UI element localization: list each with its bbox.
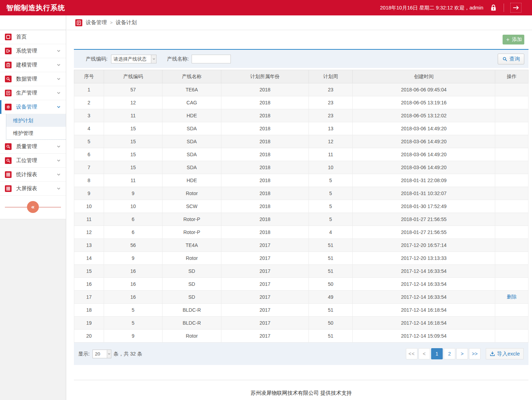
main-area: 设备管理 > 设备计划 ＋ 添加 产线编码: 请选择产线状态 产线名称: 查询 [67, 15, 532, 400]
table-cell: BLDC-R [163, 317, 221, 330]
page-button-last[interactable]: >> [469, 348, 481, 359]
table-cell: TE4A [163, 239, 221, 252]
search-icon [502, 56, 507, 62]
table-row: 209Rotor2017512017-12-14 15:09:54 [74, 330, 528, 343]
sidebar-item-modeling[interactable]: 建模管理 [0, 58, 66, 72]
add-button-label: 添加 [512, 36, 522, 43]
pagination-bar: 显示: 20 条，共 32 条 <<<12>>> 导入excle [74, 343, 528, 365]
page-size-label: 显示: [78, 351, 90, 357]
breadcrumb-separator: > [110, 20, 113, 25]
page-button-next[interactable]: > [456, 348, 468, 359]
breadcrumb-section[interactable]: 设备管理 [86, 19, 107, 26]
table-cell: 11 [104, 174, 163, 187]
table-cell: 2017 [221, 278, 309, 291]
table-cell: 50 [309, 317, 353, 330]
sidebar-subitem-maintain-plan[interactable]: 维护计划 [6, 114, 66, 127]
add-button[interactable]: ＋ 添加 [503, 35, 524, 44]
sidebar-item-stats[interactable]: 统计报表 [0, 168, 66, 182]
table-cell: 16 [104, 291, 163, 304]
table-cell: 2018 [221, 135, 309, 148]
chevron-down-icon [56, 172, 61, 177]
table-cell [495, 148, 528, 161]
table-cell: 51 [309, 239, 353, 252]
sidebar-item-device[interactable]: 设备管理 [0, 100, 66, 114]
import-excel-button[interactable]: 导入excle [486, 348, 524, 359]
toolbar: ＋ 添加 [74, 30, 528, 49]
table-cell: 14 [74, 252, 104, 265]
top-header: 智能制造执行系统 2018年10月16日 星期二 9:32:12 欢迎，admi… [0, 0, 532, 15]
delete-link[interactable]: 删除 [507, 294, 517, 299]
sidebar-item-data[interactable]: 数据管理 [0, 72, 66, 86]
sidebar-submenu: 维护计划维护管理 [6, 114, 66, 140]
sidebar-item-quality[interactable]: 质量管理 [0, 140, 66, 154]
table-cell: 10 [309, 161, 353, 174]
page-button-page-2[interactable]: 2 [444, 348, 455, 359]
table-cell: 2017 [221, 317, 309, 330]
sidebar-item-label: 工位管理 [16, 157, 37, 164]
lock-icon[interactable] [490, 4, 497, 12]
sidebar-item-home[interactable]: 首页 [0, 30, 66, 44]
table-cell: 2018-03-06 14:49:20 [353, 122, 495, 135]
line-code-select[interactable]: 请选择产线状态 [111, 55, 157, 63]
column-header: 创建时间 [353, 70, 495, 83]
table-cell: CAG [163, 96, 221, 109]
sidebar-item-label: 建模管理 [16, 62, 37, 68]
table-cell: 11 [309, 148, 353, 161]
page-button-prev[interactable]: < [419, 348, 430, 359]
table-cell: 5 [309, 187, 353, 200]
page-size-select-control[interactable]: 20 [93, 350, 107, 358]
sidebar-subitem-maintain-manage[interactable]: 维护管理 [6, 127, 66, 139]
line-name-input[interactable] [192, 55, 231, 63]
table-cell: 5 [104, 317, 163, 330]
sidebar-item-production[interactable]: 生产管理 [0, 86, 66, 100]
page-button-page-1[interactable]: 1 [431, 348, 443, 359]
table-cell [495, 239, 528, 252]
table-cell: 3 [74, 109, 104, 122]
column-header: 产线编码 [104, 70, 163, 83]
sidebar-item-bigscreen[interactable]: 大屏报表 [0, 182, 66, 196]
table-cell: 5 [309, 174, 353, 187]
table-cell: 11 [104, 109, 163, 122]
plan-table: 序号产线编码产线名称计划所属年份计划周创建时间操作 157TE6A2018232… [74, 70, 528, 343]
table-cell [495, 200, 528, 213]
table-cell: 4 [309, 226, 353, 239]
table-cell: 12 [74, 226, 104, 239]
page-size-select[interactable]: 20 [92, 350, 111, 358]
modeling-icon [5, 62, 12, 68]
table-cell: 12 [309, 135, 353, 148]
logout-arrow-icon[interactable] [510, 3, 521, 13]
table-cell: 2017 [221, 265, 309, 278]
table-cell [495, 252, 528, 265]
total-count-label: 条，共 32 条 [113, 351, 142, 357]
header-right: 2018年10月16日 星期二 9:32:12 欢迎，admin [380, 3, 532, 13]
footer-text: 苏州凌犀物联网技术有限公司 提供技术支持 [74, 381, 528, 396]
sidebar-item-label: 数据管理 [16, 76, 37, 82]
table-cell: 13 [74, 239, 104, 252]
sidebar-item-label: 首页 [16, 34, 27, 40]
table-row: 185BLDC-R2017512017-12-14 16:18:54 [74, 304, 528, 317]
table-cell: 2018-01-27 21:56:55 [353, 226, 495, 239]
breadcrumb-doc-icon [75, 19, 82, 26]
table-cell: 2018 [221, 174, 309, 187]
table-cell: 2017 [221, 252, 309, 265]
column-header: 计划周 [309, 70, 353, 83]
chevron-down-icon [56, 158, 61, 163]
page-button-first[interactable]: << [406, 348, 417, 359]
table-cell: 5 [309, 200, 353, 213]
search-icon [5, 76, 12, 82]
sidebar-item-system[interactable]: 系统管理 [0, 44, 66, 58]
table-cell: 5 [74, 135, 104, 148]
table-cell: 2017-12-14 16:33:54 [353, 265, 495, 278]
table-cell: 2017-12-20 13:13:33 [353, 252, 495, 265]
column-header: 序号 [74, 70, 104, 83]
line-code-select-control[interactable]: 请选择产线状态 [111, 55, 151, 63]
sidebar-collapse-button[interactable]: « [27, 201, 39, 213]
column-header: 产线名称 [163, 70, 221, 83]
table-cell [495, 122, 528, 135]
table-cell: 2018-03-06 14:49:20 [353, 148, 495, 161]
sidebar-item-station[interactable]: 工位管理 [0, 154, 66, 168]
search-icon [5, 157, 12, 164]
search-button-label: 查询 [510, 56, 520, 62]
search-button[interactable]: 查询 [498, 54, 524, 64]
table-cell: Rotor [163, 252, 221, 265]
